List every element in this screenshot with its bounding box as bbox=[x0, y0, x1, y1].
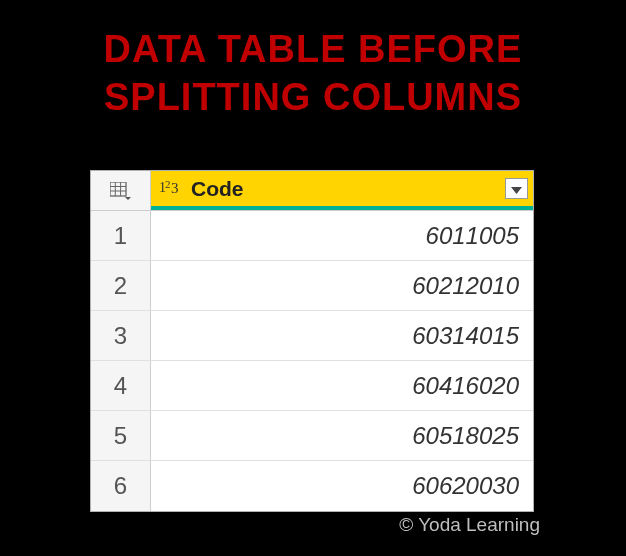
row-number: 3 bbox=[91, 311, 151, 360]
number-type-icon: 1 2 3 bbox=[159, 178, 183, 200]
cell-value[interactable]: 6011005 bbox=[151, 211, 533, 260]
table-row: 3 60314015 bbox=[91, 311, 533, 361]
cell-value[interactable]: 60314015 bbox=[151, 311, 533, 360]
column-name: Code bbox=[191, 177, 244, 201]
row-number: 1 bbox=[91, 211, 151, 260]
filter-dropdown-button[interactable] bbox=[505, 178, 528, 199]
table-row: 4 60416020 bbox=[91, 361, 533, 411]
table-row: 5 60518025 bbox=[91, 411, 533, 461]
row-number: 6 bbox=[91, 461, 151, 511]
title-line-2: SPLITTING COLUMNS bbox=[104, 76, 522, 118]
column-header-code[interactable]: 1 2 3 Code bbox=[151, 171, 533, 210]
table-icon bbox=[110, 182, 132, 200]
table-corner-menu[interactable] bbox=[91, 171, 151, 210]
cell-value[interactable]: 60518025 bbox=[151, 411, 533, 460]
row-number: 4 bbox=[91, 361, 151, 410]
page-title: DATA TABLE BEFORE SPLITTING COLUMNS bbox=[0, 0, 626, 121]
data-table: 1 2 3 Code 1 6011005 2 60212010 3 603140… bbox=[90, 170, 534, 512]
table-row: 2 60212010 bbox=[91, 261, 533, 311]
credit-text: © Yoda Learning bbox=[399, 514, 540, 536]
chevron-down-icon bbox=[511, 180, 522, 198]
row-number: 5 bbox=[91, 411, 151, 460]
svg-text:2: 2 bbox=[165, 178, 171, 190]
title-line-1: DATA TABLE BEFORE bbox=[104, 28, 523, 70]
table-row: 1 6011005 bbox=[91, 211, 533, 261]
table-row: 6 60620030 bbox=[91, 461, 533, 511]
table-header-row: 1 2 3 Code bbox=[91, 171, 533, 211]
cell-value[interactable]: 60416020 bbox=[151, 361, 533, 410]
cell-value[interactable]: 60620030 bbox=[151, 461, 533, 511]
row-number: 2 bbox=[91, 261, 151, 310]
svg-rect-0 bbox=[110, 182, 126, 196]
svg-text:3: 3 bbox=[171, 180, 179, 196]
cell-value[interactable]: 60212010 bbox=[151, 261, 533, 310]
